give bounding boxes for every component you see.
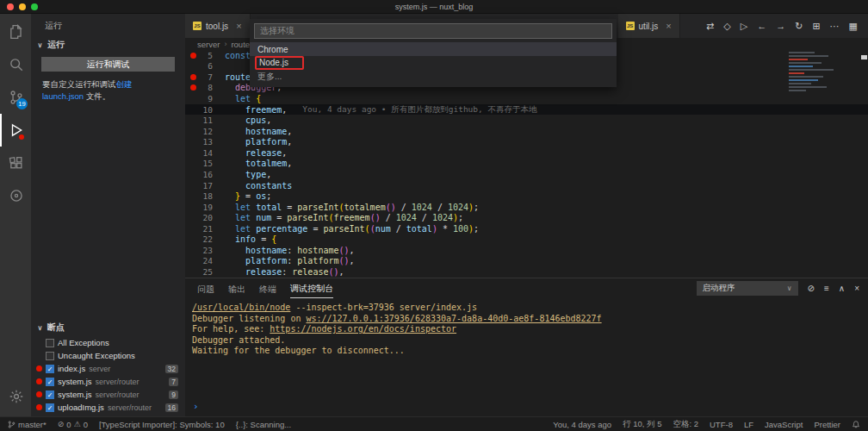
quick-pick-option[interactable]: Node.js <box>250 56 617 70</box>
tab-util-js[interactable]: JS util.js × <box>618 14 680 38</box>
clear-console-icon[interactable]: ⊘ <box>808 284 815 293</box>
code-line[interactable]: 17 constants <box>185 180 868 191</box>
close-window-button[interactable] <box>7 3 14 10</box>
code-line[interactable]: 25 release: release(), <box>185 266 868 278</box>
extensions-icon[interactable] <box>0 147 31 179</box>
panel-tab[interactable]: 终端 <box>259 279 276 298</box>
code-line[interactable]: 22 info = { <box>185 234 868 246</box>
minimap[interactable] <box>789 52 856 91</box>
panel-tab[interactable]: 问题 <box>197 279 214 298</box>
layout-icon[interactable]: ▦ <box>849 21 858 32</box>
code-line[interactable]: 14 release, <box>185 147 868 159</box>
breakpoint-dot[interactable] <box>190 269 196 275</box>
status-item[interactable]: Prettier <box>814 420 840 429</box>
code-line[interactable]: 10 freemem,You, 4 days ago • 所有图片都放到gith… <box>185 104 868 116</box>
code-line[interactable]: 13 platform, <box>185 137 868 148</box>
console-link[interactable]: /usr/local/bin/node <box>192 303 290 312</box>
code-line[interactable]: 11 cpus, <box>185 115 868 126</box>
breakpoint-dot[interactable] <box>190 226 196 232</box>
breakpoint-dot[interactable] <box>190 117 196 123</box>
status-item[interactable]: JavaScript <box>765 420 803 429</box>
breakpoint-checkbox[interactable] <box>46 339 54 347</box>
debug-console-icon[interactable]: ◇ <box>723 21 730 32</box>
code-line[interactable]: 20 let num = parseInt(freemem() / 1024 /… <box>185 212 868 223</box>
code-line[interactable]: 21 let percentage = parseInt((num / tota… <box>185 223 868 234</box>
launch-config-select[interactable]: 启动程序 ∨ <box>697 281 798 296</box>
line-gutter[interactable]: 16 <box>185 170 225 179</box>
source-control-icon[interactable]: 19 <box>0 81 31 114</box>
breakpoint-item[interactable]: ✓system.jsserver/router9 <box>31 388 185 401</box>
breakpoint-dot[interactable] <box>190 96 196 102</box>
more-actions-icon[interactable]: ⋯ <box>830 21 840 32</box>
status-item[interactable]: master* <box>8 420 46 429</box>
breakpoint-dot[interactable] <box>190 236 196 242</box>
line-gutter[interactable]: 23 <box>185 246 225 255</box>
breakpoint-dot[interactable] <box>190 172 196 178</box>
quick-pick-option[interactable]: Chrome <box>250 42 617 56</box>
console-link[interactable]: ws://127.0.0.1:37936/628330a7-da8a-40d0-… <box>306 314 601 323</box>
breakpoint-item[interactable]: Uncaught Exceptions <box>31 349 185 362</box>
close-panel-icon[interactable]: × <box>854 284 859 293</box>
close-tab-icon[interactable]: × <box>236 21 241 31</box>
breakpoint-dot[interactable] <box>190 258 196 264</box>
breakpoint-checkbox[interactable] <box>46 352 54 360</box>
gear-icon[interactable] <box>0 380 31 413</box>
breakpoint-checkbox[interactable]: ✓ <box>46 365 54 373</box>
line-gutter[interactable]: 12 <box>185 127 225 136</box>
line-gutter[interactable]: 6 <box>185 61 225 71</box>
breakpoint-dot[interactable] <box>190 84 196 91</box>
code-line[interactable]: 9 let { <box>185 93 868 104</box>
line-gutter[interactable]: 20 <box>185 213 225 222</box>
zoom-window-button[interactable] <box>31 3 38 10</box>
minimize-window-button[interactable] <box>19 3 26 10</box>
breakpoint-dot[interactable] <box>190 193 196 199</box>
status-item[interactable]: {..}: Scanning... <box>236 420 291 429</box>
line-gutter[interactable]: 10 <box>185 105 225 115</box>
close-tab-icon[interactable]: × <box>666 21 671 31</box>
line-gutter[interactable]: 11 <box>185 116 225 125</box>
code-line[interactable]: 24 platform: platform(), <box>185 256 868 267</box>
breakpoint-item[interactable]: ✓uploadImg.jsserver/router16 <box>31 401 185 414</box>
split-editor-icon[interactable]: ⊞ <box>812 21 820 32</box>
breakpoint-dot[interactable] <box>190 150 196 156</box>
breakpoint-dot[interactable] <box>190 247 196 253</box>
line-gutter[interactable]: 8 <box>185 83 225 92</box>
status-item[interactable]: ⊘0⚠0 <box>58 420 88 429</box>
status-item[interactable]: LF <box>744 420 753 429</box>
breakpoints-header[interactable]: ∨ 断点 <box>31 320 185 335</box>
status-item[interactable]: 空格: 2 <box>673 419 698 430</box>
line-gutter[interactable]: 9 <box>185 94 225 103</box>
code-line[interactable]: 18 } = os; <box>185 191 868 202</box>
breakpoint-dot[interactable] <box>190 204 196 210</box>
breakpoint-item[interactable]: All Exceptions <box>31 336 185 349</box>
breakpoint-dot[interactable] <box>190 74 196 80</box>
back-icon[interactable]: ← <box>757 21 766 31</box>
restart-icon[interactable]: ↻ <box>795 21 803 32</box>
line-gutter[interactable]: 25 <box>185 267 225 277</box>
code-line[interactable]: 15 totalmem, <box>185 159 868 170</box>
breakpoint-dot[interactable] <box>190 107 196 113</box>
run-debug-icon[interactable] <box>0 114 31 147</box>
breakpoint-checkbox[interactable]: ✓ <box>46 403 54 412</box>
maximize-panel-icon[interactable]: ∧ <box>839 284 845 293</box>
debug-console-input[interactable]: › <box>185 401 868 416</box>
breakpoint-dot[interactable] <box>190 183 196 189</box>
code-line[interactable]: 19 let total = parseInt(totalmem() / 102… <box>185 202 868 213</box>
line-gutter[interactable]: 5 <box>185 51 225 60</box>
status-item[interactable]: [TypeScript Importer]: Symbols: 10 <box>99 420 225 429</box>
line-gutter[interactable]: 21 <box>185 224 225 234</box>
line-gutter[interactable]: 7 <box>185 72 225 82</box>
explorer-icon[interactable] <box>0 16 31 48</box>
code-line[interactable]: 23 hostname: hostname(), <box>185 245 868 256</box>
quick-pick-option[interactable]: 更多... <box>250 70 617 84</box>
breakpoint-checkbox[interactable]: ✓ <box>46 378 54 386</box>
bell-icon[interactable] <box>852 420 860 429</box>
status-item[interactable]: You, 4 days ago <box>553 420 611 429</box>
panel-tab[interactable]: 输出 <box>228 279 245 298</box>
breakpoint-item[interactable]: ✓index.jsserver32 <box>31 362 185 375</box>
tab-tool-js[interactable]: JS tool.js × <box>185 14 251 38</box>
line-gutter[interactable]: 24 <box>185 256 225 265</box>
status-item[interactable]: 行 10, 列 5 <box>623 419 661 430</box>
breakpoint-dot[interactable] <box>190 215 196 221</box>
code-line[interactable]: 12 hostname, <box>185 126 868 137</box>
